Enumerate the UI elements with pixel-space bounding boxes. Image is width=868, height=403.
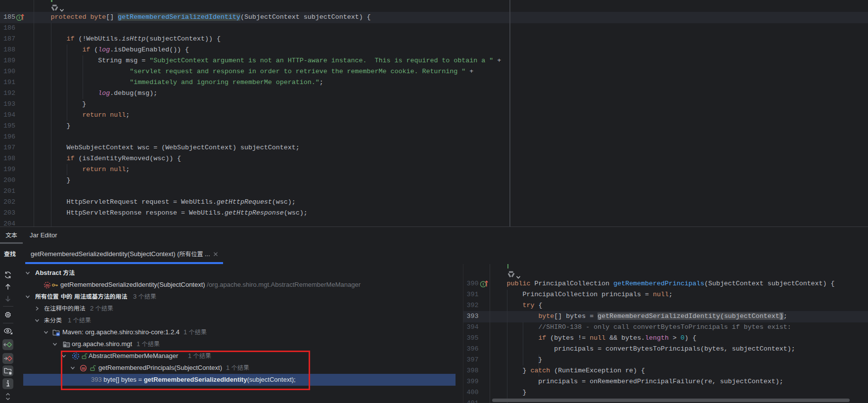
svg-text:m: m (46, 282, 49, 287)
